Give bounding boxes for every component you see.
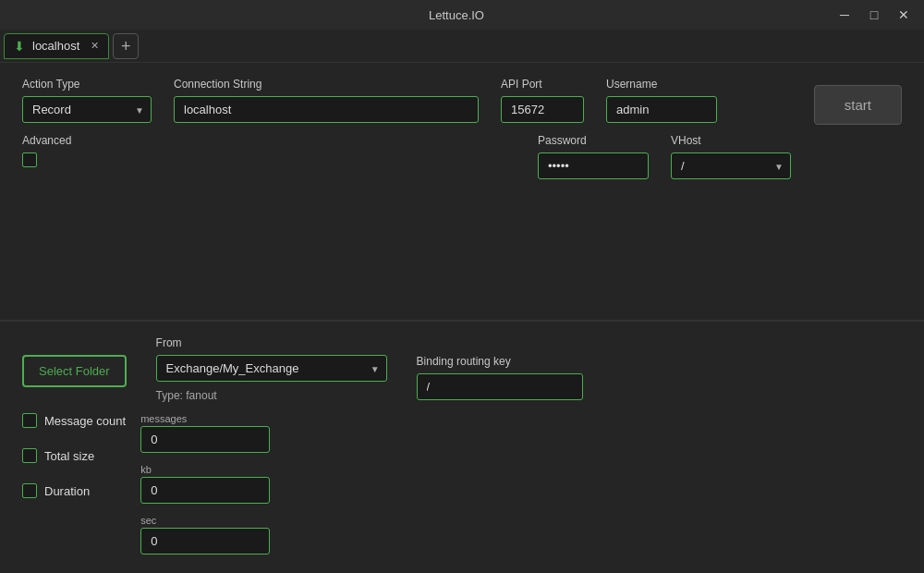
api-port-label: API Port (501, 78, 584, 91)
duration-checkbox[interactable] (22, 483, 37, 498)
duration-label: Duration (44, 484, 90, 498)
tab-bar: ⬇ localhost ✕ + (0, 30, 924, 63)
vhost-group: VHost / (671, 134, 791, 179)
sec-sub-label: sec (140, 515, 270, 526)
routing-key-label: Binding routing key (417, 355, 583, 368)
advanced-label: Advanced (22, 134, 71, 147)
vhost-select[interactable]: / (671, 152, 791, 179)
top-panel: Action Type Record Replay Connection Str… (0, 63, 924, 322)
bottom-panel: Select Folder From Exchange/My_Exchange … (0, 322, 924, 573)
add-tab-button[interactable]: + (113, 33, 139, 59)
from-group: From Exchange/My_Exchange Type: fanout (156, 336, 387, 402)
message-count-label: Message count (44, 414, 126, 428)
password-group: Password (538, 134, 649, 179)
select-folder-button[interactable]: Select Folder (22, 355, 127, 387)
main-content: Action Type Record Replay Connection Str… (0, 63, 924, 573)
advanced-checkbox[interactable] (22, 152, 37, 167)
messages-sub-label: messages (140, 413, 270, 424)
username-input[interactable] (606, 96, 717, 123)
start-button[interactable]: start (814, 85, 902, 125)
total-size-check-row: Total size (22, 448, 126, 463)
username-label: Username (606, 78, 717, 91)
connection-string-input[interactable] (174, 96, 479, 123)
from-select-wrapper: Exchange/My_Exchange (156, 355, 387, 382)
api-port-group: API Port (501, 78, 584, 123)
download-icon: ⬇ (14, 39, 25, 54)
password-label: Password (538, 134, 649, 147)
sec-input[interactable] (140, 528, 270, 555)
vhost-select-wrapper: / (671, 152, 791, 179)
total-size-label: Total size (44, 449, 94, 463)
action-type-label: Action Type (22, 78, 152, 91)
app-title: Lettuce.IO (81, 8, 832, 22)
api-port-input[interactable] (501, 96, 584, 123)
action-type-select[interactable]: Record Replay (22, 96, 152, 123)
message-count-row: Message count (22, 413, 126, 433)
password-vhost-group: Password VHost / (538, 134, 791, 179)
tab-localhost[interactable]: ⬇ localhost ✕ (4, 33, 109, 59)
window-controls: ─ □ ✕ (832, 5, 917, 25)
message-count-check-row: Message count (22, 413, 126, 428)
duration-check-row: Duration (22, 483, 126, 498)
left-checks: Message count Total size Duration (22, 413, 126, 504)
advanced-group: Advanced (22, 134, 71, 167)
password-input[interactable] (538, 152, 649, 179)
kb-input[interactable] (140, 477, 270, 504)
connection-string-group: Connection String (174, 78, 479, 123)
title-bar: Lettuce.IO ─ □ ✕ (0, 0, 924, 30)
close-button[interactable]: ✕ (891, 5, 917, 25)
total-size-row: Total size (22, 448, 126, 469)
username-group: Username (606, 78, 717, 123)
kb-sub-label: kb (140, 464, 270, 475)
tab-close-icon[interactable]: ✕ (91, 40, 99, 52)
duration-row: Duration (22, 483, 126, 504)
routing-key-input[interactable] (417, 373, 583, 400)
tab-label: localhost (32, 39, 79, 53)
maximize-button[interactable]: □ (861, 5, 887, 25)
routing-key-group: Binding routing key (417, 336, 583, 400)
connection-string-label: Connection String (174, 78, 479, 91)
top-form-row-1: Action Type Record Replay Connection Str… (22, 78, 902, 127)
total-size-checkbox[interactable] (22, 448, 37, 463)
select-folder-wrapper: Select Folder (22, 336, 127, 387)
messages-input[interactable] (140, 426, 270, 453)
right-fields: messages kb sec (140, 413, 270, 555)
bottom-checks-row: Message count Total size Duration (22, 413, 902, 555)
message-count-checkbox[interactable] (22, 413, 37, 428)
minimize-button[interactable]: ─ (832, 5, 857, 25)
vhost-label: VHost (671, 134, 791, 147)
bottom-top-row: Select Folder From Exchange/My_Exchange … (22, 336, 902, 402)
from-select[interactable]: Exchange/My_Exchange (156, 355, 387, 382)
messages-field-group: messages (140, 413, 270, 453)
from-label: From (156, 336, 387, 349)
action-type-group: Action Type Record Replay (22, 78, 152, 123)
top-form-row-2: Advanced Password VHost / (22, 134, 902, 179)
type-info: Type: fanout (156, 389, 387, 402)
kb-field-group: kb (140, 464, 270, 504)
sec-field-group: sec (140, 515, 270, 555)
action-type-select-wrapper: Record Replay (22, 96, 152, 123)
